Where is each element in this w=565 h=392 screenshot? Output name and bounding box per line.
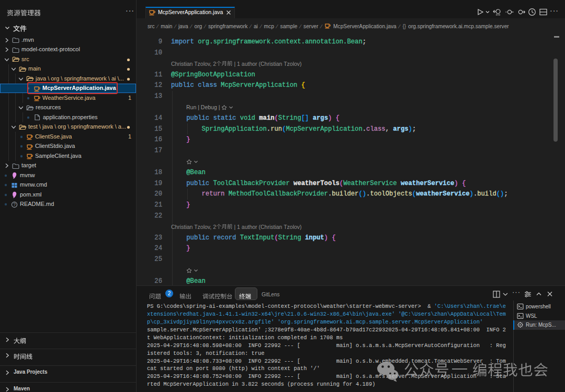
- svg-text:?: ?: [13, 202, 16, 207]
